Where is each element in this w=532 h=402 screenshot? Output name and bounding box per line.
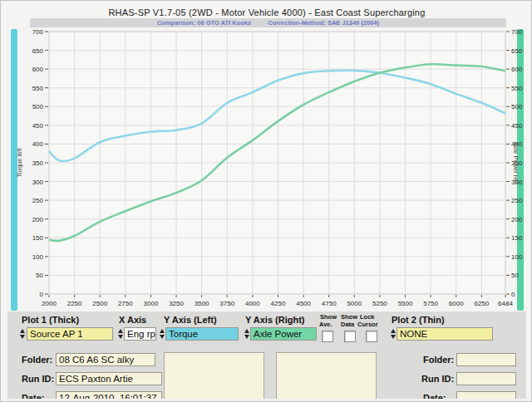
svg-text:2500: 2500 [92, 300, 107, 307]
plot2-spinner[interactable] [389, 327, 397, 341]
svg-text:2250: 2250 [67, 300, 82, 307]
show-ave-checkbox[interactable] [322, 331, 333, 342]
lock-cursor-label-1: Lock [360, 314, 375, 321]
left-axis-color-bar [11, 29, 17, 311]
correction-method-text: Correction-Method: SAE J1349 (2004) [268, 19, 379, 27]
curve-torque [49, 71, 505, 161]
svg-text:0: 0 [40, 291, 44, 298]
scan-bottom-margin [1, 399, 532, 402]
plot1-source-field[interactable]: Source AP 1 [27, 327, 113, 341]
plot1-spinner[interactable] [18, 327, 26, 341]
plot1-label: Plot 1 (Thick) [22, 315, 79, 325]
svg-text:3000: 3000 [144, 300, 159, 307]
svg-text:4750: 4750 [322, 300, 337, 307]
run-id-field-left[interactable]: ECS Paxton Artie [56, 372, 162, 385]
xaxis-label: X Axis [119, 315, 146, 325]
svg-text:0: 0 [511, 291, 515, 298]
svg-text:6484: 6484 [498, 300, 513, 307]
yleft-label: Y Axis (Left) [164, 315, 217, 325]
svg-text:5750: 5750 [423, 300, 438, 307]
comparison-bar: Comparison: 06 GTO ATI Kooks Correction-… [30, 18, 506, 27]
yaxis-left-spinner[interactable] [158, 327, 165, 341]
plot2-label: Plot 2 (Thin) [392, 315, 445, 325]
svg-text:2000: 2000 [42, 300, 57, 307]
show-ave-label-2: Ave. [319, 321, 332, 328]
notes-box-left[interactable] [164, 352, 264, 402]
control-panel: Plot 1 (Thick) X Axis Y Axis (Left) Y Ax… [7, 311, 526, 399]
run-id-label-right: Run ID: [421, 374, 454, 384]
svg-text:5250: 5250 [372, 300, 387, 307]
svg-text:3500: 3500 [195, 300, 209, 307]
svg-text:4500: 4500 [296, 300, 311, 307]
right-axis-color-bar [517, 29, 524, 311]
svg-text:100: 100 [32, 253, 44, 261]
svg-text:4000: 4000 [245, 300, 260, 307]
show-data-checkbox[interactable] [344, 331, 356, 342]
svg-text:3750: 3750 [219, 300, 234, 307]
svg-text:450: 450 [32, 122, 44, 130]
show-data-label-2: Data [341, 321, 354, 328]
svg-text:5500: 5500 [398, 300, 413, 307]
svg-text:700: 700 [32, 28, 44, 36]
svg-text:6000: 6000 [449, 300, 464, 307]
folder-field-right[interactable] [456, 353, 516, 366]
xaxis-spinner[interactable] [116, 327, 124, 341]
svg-text:300: 300 [32, 179, 44, 186]
svg-text:400: 400 [32, 140, 44, 148]
yaxis-left-field[interactable]: Torque [165, 327, 239, 341]
svg-text:6250: 6250 [474, 300, 489, 307]
svg-text:500: 500 [32, 103, 44, 110]
svg-text:600: 600 [32, 66, 44, 73]
yaxis-right-spinner[interactable] [243, 327, 250, 341]
plot2-source-field[interactable]: NONE [397, 327, 493, 341]
svg-text:350: 350 [32, 159, 44, 167]
svg-text:650: 650 [32, 47, 44, 55]
notes-box-right[interactable] [276, 352, 377, 402]
svg-text:3250: 3250 [169, 300, 184, 307]
svg-text:4250: 4250 [271, 300, 286, 307]
yaxis-right-field[interactable]: Axle Power [250, 327, 317, 341]
svg-text:2750: 2750 [118, 300, 133, 307]
show-ave-label-1: Show [320, 314, 337, 321]
svg-text:150: 150 [32, 234, 44, 242]
svg-text:550: 550 [32, 85, 44, 92]
folder-label-right: Folder: [423, 355, 454, 365]
svg-text:50: 50 [36, 272, 43, 279]
dyno-chart: 0050501001001501502002002502503003003503… [1, 1, 532, 315]
run-id-label-left: Run ID: [22, 374, 54, 384]
page-title: RHAS-SP V1.7-05 (2WD - Motor Vehicle 400… [1, 7, 532, 17]
svg-text:200: 200 [32, 216, 44, 223]
comparison-text: Comparison: 06 GTO ATI Kooks [157, 19, 251, 27]
svg-text:250: 250 [32, 197, 44, 204]
folder-field-left[interactable]: 08 C6 A6 SC alky [56, 353, 155, 366]
xaxis-field[interactable]: Eng rpm [124, 327, 156, 341]
curve-axle-power [49, 64, 505, 241]
show-data-label-1: Show [341, 314, 357, 321]
lock-cursor-label-2: Cursor [357, 321, 378, 328]
lock-cursor-checkbox[interactable] [366, 331, 377, 342]
run-id-field-right[interactable] [456, 372, 516, 385]
dyno-sheet-page: RHAS-SP V1.7-05 (2WD - Motor Vehicle 400… [0, 0, 532, 402]
yright-label: Y Axis (Right) [245, 315, 305, 325]
svg-text:5000: 5000 [347, 300, 362, 307]
folder-label-left: Folder: [22, 355, 52, 365]
